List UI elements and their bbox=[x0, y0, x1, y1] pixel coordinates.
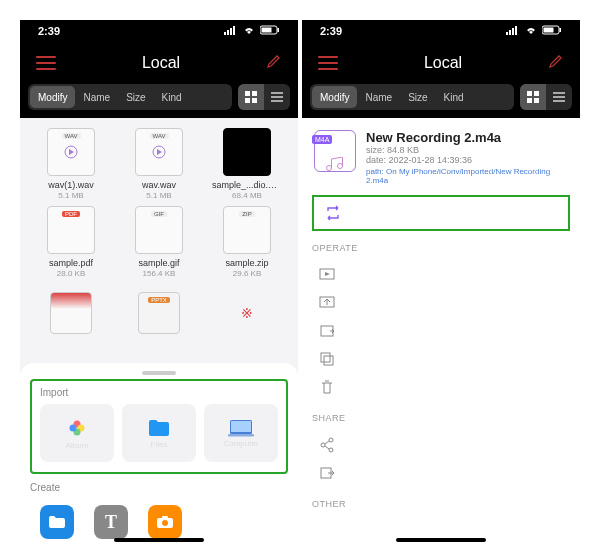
svg-rect-29 bbox=[515, 26, 517, 35]
filter-bar: Modify Name Size Kind bbox=[302, 84, 580, 118]
import-album-button[interactable]: Album bbox=[40, 404, 114, 462]
file-detail-body: M4A New Recording 2.m4a size: 84.8 KB da… bbox=[302, 118, 580, 545]
create-camera-button[interactable] bbox=[148, 505, 182, 539]
operate-copy[interactable] bbox=[312, 345, 570, 373]
file-tile[interactable]: sample_...dio.mov 68.4 MB bbox=[206, 128, 288, 200]
svg-rect-37 bbox=[553, 92, 565, 94]
view-toggle bbox=[520, 84, 572, 110]
file-tile[interactable]: ZIP sample.zip 29.6 KB bbox=[206, 206, 288, 278]
sort-name[interactable]: Name bbox=[75, 86, 118, 108]
file-size: 29.6 KB bbox=[233, 269, 261, 278]
open-icon bbox=[318, 294, 336, 312]
wifi-icon bbox=[524, 25, 538, 37]
operate-open[interactable] bbox=[312, 289, 570, 317]
operate-move[interactable] bbox=[312, 317, 570, 345]
bottom-sheet: Import Album Files Computer bbox=[20, 363, 298, 545]
share-export[interactable] bbox=[312, 459, 570, 487]
svg-rect-38 bbox=[553, 96, 565, 98]
move-icon bbox=[318, 322, 336, 340]
file-tile[interactable]: GIF sample.gif 156.4 KB bbox=[118, 206, 200, 278]
list-view-icon[interactable] bbox=[546, 84, 572, 110]
svg-point-24 bbox=[162, 520, 168, 526]
file-tile[interactable]: WAV wav(1).wav 5.1 MB bbox=[30, 128, 112, 200]
sort-size[interactable]: Size bbox=[400, 86, 435, 108]
section-other: OTHER bbox=[312, 499, 570, 509]
svg-rect-8 bbox=[252, 91, 257, 96]
menu-icon[interactable] bbox=[318, 56, 338, 70]
file-tile[interactable]: ※ bbox=[206, 292, 288, 334]
home-indicator[interactable] bbox=[114, 538, 204, 542]
share-icon bbox=[318, 436, 336, 454]
status-bar: 2:39 bbox=[302, 20, 580, 42]
file-name: wav(1).wav bbox=[48, 180, 94, 190]
create-text-button[interactable]: T bbox=[94, 505, 128, 539]
file-name: sample.gif bbox=[138, 258, 179, 268]
status-bar: 2:39 bbox=[20, 20, 298, 42]
sort-modify[interactable]: Modify bbox=[30, 86, 75, 108]
file-date: date: 2022-01-28 14:39:36 bbox=[366, 155, 568, 165]
svg-rect-45 bbox=[321, 353, 330, 362]
sort-size[interactable]: Size bbox=[118, 86, 153, 108]
view-toggle bbox=[238, 84, 290, 110]
svg-rect-39 bbox=[553, 100, 565, 102]
share-action[interactable] bbox=[312, 431, 570, 459]
sort-kind[interactable]: Kind bbox=[436, 86, 472, 108]
clock: 2:39 bbox=[38, 25, 60, 37]
import-files-button[interactable]: Files bbox=[122, 404, 196, 462]
svg-point-49 bbox=[329, 448, 333, 452]
file-size: size: 84.8 KB bbox=[366, 145, 568, 155]
sort-segments: Modify Name Size Kind bbox=[28, 84, 232, 110]
svg-rect-46 bbox=[324, 356, 333, 365]
operate-play[interactable] bbox=[312, 261, 570, 289]
operate-delete[interactable] bbox=[312, 373, 570, 401]
page-title: Local bbox=[424, 54, 462, 72]
svg-rect-2 bbox=[230, 28, 232, 35]
home-indicator[interactable] bbox=[396, 538, 486, 542]
grid-view-icon[interactable] bbox=[238, 84, 264, 110]
list-view-icon[interactable] bbox=[264, 84, 290, 110]
grid-view-icon[interactable] bbox=[520, 84, 546, 110]
svg-point-47 bbox=[321, 443, 325, 447]
file-path: path: On My iPhone/iConv/Imported/New Re… bbox=[366, 167, 568, 185]
file-name: wav.wav bbox=[142, 180, 176, 190]
sort-kind[interactable]: Kind bbox=[154, 86, 190, 108]
svg-rect-35 bbox=[527, 98, 532, 103]
svg-rect-7 bbox=[245, 91, 250, 96]
filter-bar: Modify Name Size Kind bbox=[20, 84, 298, 118]
file-size: 28.0 KB bbox=[57, 269, 85, 278]
svg-rect-3 bbox=[233, 26, 235, 35]
sort-name[interactable]: Name bbox=[357, 86, 400, 108]
svg-rect-5 bbox=[262, 28, 272, 33]
status-indicators bbox=[224, 25, 280, 37]
edit-icon[interactable] bbox=[548, 53, 564, 73]
photos-icon bbox=[66, 417, 88, 439]
sheet-grabber[interactable] bbox=[142, 371, 176, 375]
file-size: 5.1 MB bbox=[58, 191, 83, 200]
file-tile[interactable]: PDF sample.pdf 28.0 KB bbox=[30, 206, 112, 278]
operate-list bbox=[312, 261, 570, 401]
create-folder-button[interactable] bbox=[40, 505, 74, 539]
section-share: SHARE bbox=[312, 413, 570, 423]
signal-icon bbox=[224, 25, 238, 37]
page-title: Local bbox=[142, 54, 180, 72]
menu-icon[interactable] bbox=[36, 56, 56, 70]
sort-modify[interactable]: Modify bbox=[312, 86, 357, 108]
edit-icon[interactable] bbox=[266, 53, 282, 73]
create-label: Create bbox=[30, 482, 288, 493]
battery-icon bbox=[260, 25, 280, 37]
import-computer-button[interactable]: Computer bbox=[204, 404, 278, 462]
file-tile[interactable]: PPTX bbox=[118, 292, 200, 334]
svg-rect-26 bbox=[506, 32, 508, 35]
svg-point-41 bbox=[338, 164, 343, 169]
file-size: 156.4 KB bbox=[143, 269, 176, 278]
svg-rect-11 bbox=[271, 92, 283, 94]
svg-rect-12 bbox=[271, 96, 283, 98]
file-tile[interactable]: WAV wav.wav 5.1 MB bbox=[118, 128, 200, 200]
create-row: T bbox=[30, 499, 288, 539]
convert-action[interactable] bbox=[312, 195, 570, 231]
signal-icon bbox=[506, 25, 520, 37]
file-info: M4A New Recording 2.m4a size: 84.8 KB da… bbox=[312, 126, 570, 189]
file-tile[interactable] bbox=[30, 292, 112, 334]
phone-right: 2:39 Local Modify Name Size Kind bbox=[302, 20, 580, 545]
file-name: sample.pdf bbox=[49, 258, 93, 268]
